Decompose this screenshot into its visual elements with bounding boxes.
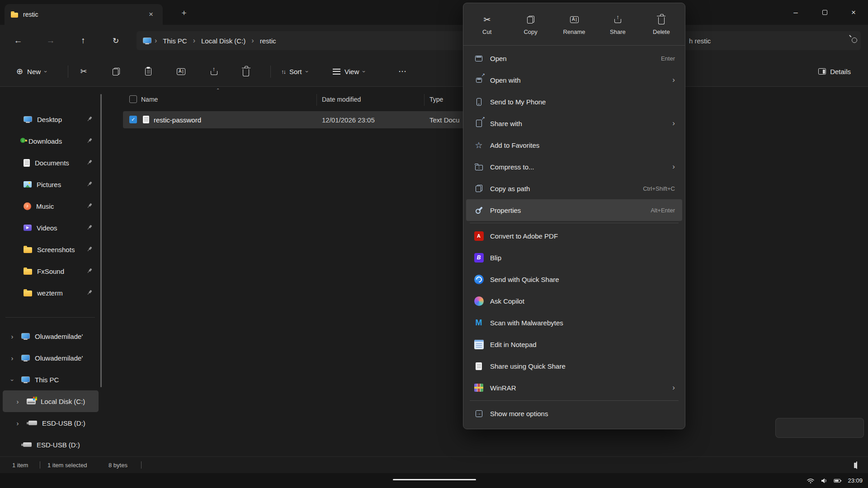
sidebar-item-downloads[interactable]: ↓ Downloads xyxy=(3,130,99,152)
view-button[interactable]: View › xyxy=(327,62,371,81)
menu-item-add-to-favorites[interactable]: ☆ Add to Favorites xyxy=(466,134,682,156)
paste-button[interactable] xyxy=(138,62,158,81)
chevron-right-icon[interactable]: › xyxy=(14,419,22,427)
cut-button[interactable]: ✂ xyxy=(74,62,94,81)
sidebar-tree-section: › Oluwademilade' › Oluwademilade' › This… xyxy=(3,325,99,455)
rename-letter: A xyxy=(572,17,575,22)
sidebar-item-label: Local Disk (C:) xyxy=(41,398,85,405)
this-pc-icon xyxy=(143,38,151,44)
row-checkbox[interactable]: ✓ xyxy=(129,116,137,123)
sidebar-item-screenshots[interactable]: Screenshots xyxy=(3,239,99,260)
sidebar-item-local-disk-c[interactable]: › Local Disk (C:) xyxy=(3,390,99,412)
details-pane-button[interactable]: Details xyxy=(813,62,856,81)
pc-icon xyxy=(21,333,30,340)
more-options-button[interactable]: ⋯ xyxy=(392,62,412,81)
sidebar-item-label: This PC xyxy=(35,376,59,384)
sidebar-item-wezterm[interactable]: wezterm xyxy=(3,282,99,304)
sidebar-item-user-1[interactable]: › Oluwademilade' xyxy=(3,325,99,347)
ctx-rename-button[interactable]: A Rename xyxy=(554,8,594,42)
chevron-right-icon[interactable]: › xyxy=(8,354,16,362)
chevron-right-icon[interactable]: › xyxy=(14,398,22,405)
menu-item-compress-to[interactable]: Compress to... › xyxy=(466,156,682,178)
menu-item-show-more-options[interactable]: → Show more options xyxy=(466,403,682,424)
sidebar-item-this-pc[interactable]: › This PC xyxy=(3,369,99,390)
forward-button[interactable]: → xyxy=(42,33,59,49)
pin-icon xyxy=(86,289,92,297)
copy-button[interactable] xyxy=(106,62,126,81)
sort-button[interactable]: ↑↓ Sort › xyxy=(276,62,313,81)
battery-icon[interactable] xyxy=(834,477,842,484)
menu-item-send-with-quick-share[interactable]: Send with Quick Share xyxy=(466,268,682,290)
menu-item-share-with[interactable]: ↗ Share with › xyxy=(466,113,682,134)
pin-icon xyxy=(86,202,92,210)
back-button[interactable]: ← xyxy=(10,33,26,49)
ctx-share-button[interactable]: ↑ Share xyxy=(597,8,638,42)
ctx-copy-button[interactable]: Copy xyxy=(510,8,551,42)
ctx-cut-button[interactable]: ✂ Cut xyxy=(467,8,507,42)
column-divider[interactable] xyxy=(316,94,317,106)
new-button[interactable]: ⊕ New › xyxy=(11,62,52,81)
close-button[interactable]: × xyxy=(839,0,868,25)
up-button[interactable]: ↑ xyxy=(75,33,91,49)
menu-item-copy-as-path[interactable]: Copy as path Ctrl+Shift+C xyxy=(466,178,682,199)
breadcrumb-local-disk[interactable]: Local Disk (C:) xyxy=(198,37,248,45)
menu-item-open[interactable]: Open Enter xyxy=(466,47,682,69)
menu-item-winrar[interactable]: WinRAR › xyxy=(466,377,682,399)
menu-item-edit-in-notepad[interactable]: Edit in Notepad xyxy=(466,333,682,355)
delete-icon xyxy=(658,17,665,24)
menu-item-ask-copilot[interactable]: Ask Copilot xyxy=(466,290,682,312)
view-icon xyxy=(333,69,340,75)
explorer-tab[interactable]: restic × xyxy=(5,4,163,25)
sidebar-item-videos[interactable]: ▶ Videos xyxy=(3,217,99,239)
sidebar-item-documents[interactable]: Documents xyxy=(3,152,99,174)
context-menu: ✂ Cut Copy A Rename ↑ Share Delete Open … xyxy=(463,3,685,429)
wifi-icon[interactable] xyxy=(807,477,815,484)
new-tab-button[interactable]: + xyxy=(177,6,191,20)
sidebar-item-label: Pictures xyxy=(37,181,61,188)
menu-item-properties[interactable]: Properties Alt+Enter xyxy=(466,199,682,221)
column-divider[interactable] xyxy=(424,94,425,106)
column-header-name[interactable]: Name xyxy=(141,96,158,103)
new-button-label: New xyxy=(27,68,41,75)
quick-action-label: Copy xyxy=(524,28,537,35)
menu-shortcut: Ctrl+Shift+C xyxy=(643,185,675,192)
pin-icon xyxy=(86,267,92,275)
chevron-down-icon[interactable]: › xyxy=(8,376,16,384)
rename-button[interactable]: A xyxy=(171,62,191,81)
sidebar-item-fxsound[interactable]: FxSound xyxy=(3,260,99,282)
zip-folder-icon xyxy=(475,165,483,170)
clock[interactable]: 23:09 xyxy=(848,477,863,484)
menu-item-convert-to-adobe-pdf[interactable]: A Convert to Adobe PDF xyxy=(466,225,682,247)
sidebar-item-music[interactable]: ♪ Music xyxy=(3,195,99,217)
breadcrumb-this-pc[interactable]: This PC xyxy=(160,37,189,45)
menu-item-send-to-my-phone[interactable]: Send to My Phone xyxy=(466,91,682,113)
menu-item-share-using-quick-share[interactable]: Share using Quick Share xyxy=(466,355,682,377)
sidebar-item-esd-usb-1[interactable]: › ESD-USB (D:) xyxy=(3,412,99,434)
minimize-button[interactable]: – xyxy=(781,0,810,25)
sidebar-item-esd-usb-2[interactable]: ESD-USB (D:) xyxy=(3,434,99,455)
sidebar-scrollbar[interactable] xyxy=(100,94,102,387)
delete-button[interactable] xyxy=(236,62,256,81)
maximize-button[interactable] xyxy=(810,0,839,25)
sidebar-item-pictures[interactable]: Pictures xyxy=(3,174,99,195)
copilot-icon xyxy=(474,296,484,306)
sidebar-item-desktop[interactable]: Desktop xyxy=(3,108,99,130)
breadcrumb-restic[interactable]: restic xyxy=(257,37,279,45)
tab-close-icon[interactable]: × xyxy=(146,9,156,20)
chevron-right-icon[interactable]: › xyxy=(8,333,16,340)
share-button[interactable]: ↑ xyxy=(204,62,224,81)
menu-item-scan-with-malwarebytes[interactable]: M Scan with Malwarebytes xyxy=(466,312,682,333)
refresh-button[interactable]: ↻ xyxy=(108,33,124,49)
menu-item-label: Edit in Notepad xyxy=(490,341,537,348)
menu-item-blip[interactable]: B Blip xyxy=(466,247,682,268)
view-mode-icon[interactable] xyxy=(856,462,857,469)
menu-item-open-with[interactable]: ↗ Open with › xyxy=(466,69,682,91)
sidebar-item-user-2[interactable]: › Oluwademilade' xyxy=(3,347,99,369)
column-header-date-modified[interactable]: Date modified xyxy=(322,96,361,103)
ctx-delete-button[interactable]: Delete xyxy=(641,8,682,42)
search-text: h restic xyxy=(689,37,711,45)
select-all-checkbox[interactable] xyxy=(129,95,137,103)
column-header-type[interactable]: Type xyxy=(429,96,443,103)
volume-icon[interactable] xyxy=(821,477,828,484)
menu-item-label: Convert to Adobe PDF xyxy=(490,232,558,240)
